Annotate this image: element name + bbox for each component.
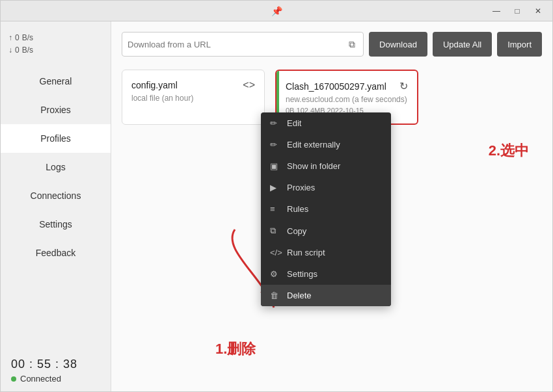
upload-value: 0	[15, 32, 20, 44]
card1-header: config.yaml <>	[131, 79, 255, 91]
card2-header: Clash_1670050297.yaml ↻	[286, 80, 408, 92]
connected-dot	[11, 376, 16, 382]
status-time: 00 : 55 : 38	[11, 358, 100, 371]
ctx-show-in-folder-label: Show in folder	[287, 161, 340, 171]
update-all-button[interactable]: Update All	[433, 32, 492, 57]
ctx-proxies-label: Proxies	[287, 183, 315, 192]
toolbar: ⧉ Download Update All Import	[122, 32, 542, 57]
ctx-copy-label: Copy	[287, 226, 306, 236]
import-button[interactable]: Import	[497, 32, 542, 57]
close-button[interactable]: ✕	[529, 5, 547, 18]
download-unit: B/s	[22, 44, 33, 57]
sidebar-item-logs[interactable]: Logs	[1, 153, 111, 181]
settings-icon: ⚙	[270, 269, 280, 279]
ctx-delete-label: Delete	[287, 291, 312, 300]
ctx-settings-label: Settings	[287, 269, 317, 279]
context-menu: ✏ Edit ✏ Edit externally ▣ Show in folde…	[261, 112, 391, 306]
card1-sub: local file (an hour)	[131, 94, 255, 103]
card2-sub: new.esucloud.com (a few seconds)	[286, 95, 408, 104]
upload-stats: ↑ 0 B/s	[8, 32, 103, 44]
main-content: ⧉ Download Update All Import config.yaml…	[111, 21, 552, 391]
titlebar: 📌 — □ ✕	[1, 1, 552, 21]
sidebar-item-feedback[interactable]: Feedback	[1, 239, 111, 267]
upload-arrow: ↑	[8, 32, 12, 44]
connected-label: Connected	[20, 374, 61, 384]
ctx-rules-label: Rules	[287, 204, 308, 214]
folder-icon: ▣	[270, 161, 280, 171]
card2-refresh-button[interactable]: ↻	[399, 80, 408, 92]
profile-card-config[interactable]: config.yaml <> local file (an hour)	[122, 70, 265, 125]
sidebar-stats: ↑ 0 B/s ↓ 0 B/s	[1, 27, 111, 62]
sidebar-item-profiles[interactable]: Profiles	[1, 124, 111, 153]
ctx-settings[interactable]: ⚙ Settings	[261, 263, 391, 285]
annotation-selected: 2.选中	[489, 141, 529, 161]
pin-icon: 📌	[271, 6, 282, 16]
ctx-edit[interactable]: ✏ Edit	[261, 112, 391, 134]
copy-icon: ⧉	[270, 226, 280, 236]
sidebar-footer: 00 : 55 : 38 Connected	[1, 350, 111, 391]
connection-status: Connected	[11, 374, 100, 384]
download-stats: ↓ 0 B/s	[8, 44, 103, 57]
delete-icon: 🗑	[270, 291, 280, 300]
app-window: 📌 — □ ✕ ↑ 0 B/s ↓ 0 B/s Gene	[0, 0, 553, 392]
sidebar-item-proxies[interactable]: Proxies	[1, 96, 111, 124]
card1-name: config.yaml	[131, 80, 178, 90]
annotation-delete: 1.删除	[215, 339, 256, 359]
download-arrow: ↓	[8, 44, 12, 57]
sidebar-item-connections[interactable]: Connections	[1, 181, 111, 210]
ctx-delete[interactable]: 🗑 Delete	[261, 285, 391, 306]
card1-menu-button[interactable]: <>	[243, 79, 255, 91]
ctx-show-in-folder[interactable]: ▣ Show in folder	[261, 155, 391, 177]
proxies-icon: ▶	[270, 183, 280, 192]
ctx-edit-externally[interactable]: ✏ Edit externally	[261, 134, 391, 155]
ctx-edit-externally-label: Edit externally	[287, 140, 340, 150]
maximize-button[interactable]: □	[508, 5, 526, 18]
ctx-copy[interactable]: ⧉ Copy	[261, 220, 391, 242]
url-input[interactable]	[128, 40, 346, 49]
ctx-run-script[interactable]: </> Run script	[261, 242, 391, 263]
download-value: 0	[15, 44, 20, 57]
ctx-proxies[interactable]: ▶ Proxies	[261, 177, 391, 198]
run-script-icon: </>	[270, 248, 280, 257]
app-body: ↑ 0 B/s ↓ 0 B/s General Proxies Profiles…	[1, 21, 552, 391]
card2-name: Clash_1670050297.yaml	[286, 81, 386, 92]
url-input-wrapper: ⧉	[122, 32, 364, 57]
copy-url-button[interactable]: ⧉	[346, 38, 358, 51]
sidebar-nav: General Proxies Profiles Logs Connection…	[1, 67, 111, 350]
minimize-button[interactable]: —	[487, 5, 506, 18]
edit-icon: ✏	[270, 118, 280, 128]
sidebar-item-general[interactable]: General	[1, 67, 111, 96]
ctx-rules[interactable]: ≡ Rules	[261, 198, 391, 220]
ctx-edit-label: Edit	[287, 118, 301, 128]
titlebar-controls: — □ ✕	[487, 5, 547, 18]
sidebar-item-settings[interactable]: Settings	[1, 210, 111, 239]
rules-icon: ≡	[270, 204, 280, 214]
sidebar: ↑ 0 B/s ↓ 0 B/s General Proxies Profiles…	[1, 21, 111, 391]
edit-externally-icon: ✏	[270, 140, 280, 150]
ctx-run-script-label: Run script	[287, 248, 325, 257]
download-button[interactable]: Download	[369, 32, 427, 57]
upload-unit: B/s	[22, 32, 33, 44]
